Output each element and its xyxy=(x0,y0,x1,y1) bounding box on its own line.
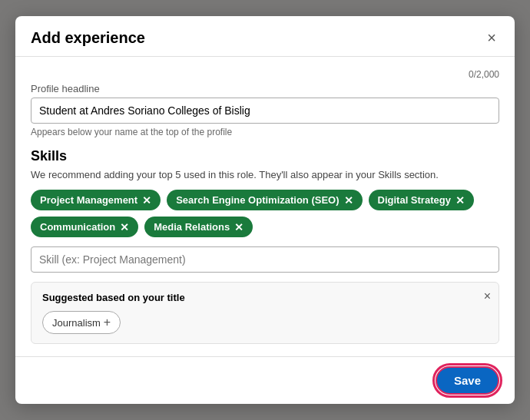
profile-headline-input[interactable] xyxy=(31,98,499,124)
skills-description: We recommend adding your top 5 used in t… xyxy=(31,169,499,180)
skill-input[interactable] xyxy=(31,246,499,273)
modal-body: 0/2,000 Profile headline Appears below y… xyxy=(15,57,515,356)
skill-tag-seo: Search Engine Optimization (SEO) ✕ xyxy=(167,190,362,210)
modal-header: Add experience × xyxy=(15,16,515,57)
remove-media-relations-button[interactable]: ✕ xyxy=(234,222,243,233)
suggested-close-button[interactable]: × xyxy=(484,290,491,303)
skill-tag-label: Media Relations xyxy=(154,221,230,233)
suggested-section: × Suggested based on your title Journali… xyxy=(31,282,499,344)
add-experience-modal: Add experience × 0/2,000 Profile headlin… xyxy=(15,16,515,404)
skill-tag-label: Communication xyxy=(40,221,115,233)
profile-headline-hint: Appears below your name at the top of th… xyxy=(31,127,499,137)
modal-overlay: Add experience × 0/2,000 Profile headlin… xyxy=(0,0,530,420)
remove-communication-button[interactable]: ✕ xyxy=(120,222,129,233)
profile-headline-label: Profile headline xyxy=(31,83,499,94)
skill-tag-label: Search Engine Optimization (SEO) xyxy=(176,194,339,206)
skill-tag-digital-strategy: Digital Strategy ✕ xyxy=(369,190,474,210)
suggested-title: Suggested based on your title xyxy=(42,292,488,303)
skill-tag-label: Digital Strategy xyxy=(378,194,451,206)
save-button[interactable]: Save xyxy=(436,366,499,395)
skill-tag-label: Project Management xyxy=(40,194,137,206)
suggested-tag-label: Journalism xyxy=(52,317,101,329)
modal-title: Add experience xyxy=(31,29,145,47)
char-count: 0/2,000 xyxy=(31,69,499,80)
add-suggestion-icon: + xyxy=(104,316,111,329)
remove-project-management-button[interactable]: ✕ xyxy=(142,195,151,206)
profile-headline-group: Profile headline Appears below your name… xyxy=(31,83,499,137)
skill-tag-communication: Communication ✕ xyxy=(31,217,138,237)
skill-tag-media-relations: Media Relations ✕ xyxy=(144,217,253,237)
modal-footer: Save xyxy=(15,356,515,404)
remove-digital-strategy-button[interactable]: ✕ xyxy=(455,195,465,206)
remove-seo-button[interactable]: ✕ xyxy=(344,195,353,206)
suggested-tag-journalism[interactable]: Journalism + xyxy=(42,311,121,334)
skills-tags-container: Project Management ✕ Search Engine Optim… xyxy=(31,190,499,237)
skill-tag-project-management: Project Management ✕ xyxy=(31,190,161,210)
skills-section: Skills We recommend adding your top 5 us… xyxy=(31,148,499,344)
close-button[interactable]: × xyxy=(484,28,499,47)
skills-title: Skills xyxy=(31,148,499,164)
